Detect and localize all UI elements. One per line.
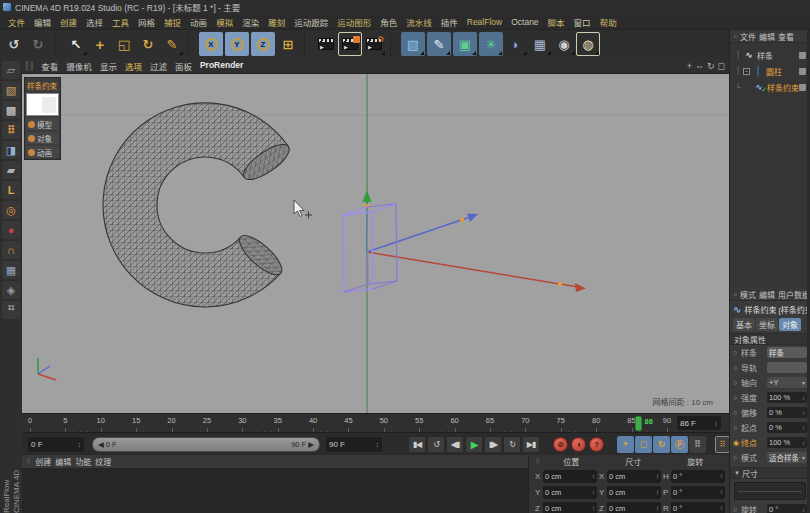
- deformer-cage-box[interactable]: [343, 204, 397, 292]
- stepper-icon[interactable]: ↕: [656, 505, 659, 511]
- keyframe-circle-icon[interactable]: ○: [733, 506, 741, 513]
- range-start-field[interactable]: 0 F↕: [28, 437, 84, 452]
- viewport-menu-查看[interactable]: 查看: [37, 59, 62, 73]
- stepper-icon[interactable]: ↕: [720, 505, 723, 511]
- attribute-menu-模式[interactable]: 模式: [740, 289, 756, 300]
- stepper-icon[interactable]: ↕: [802, 425, 805, 431]
- palette-button-模型[interactable]: 模型: [26, 118, 59, 130]
- goto-end-button[interactable]: ▶▮: [522, 436, 540, 453]
- workplane-mode-button[interactable]: ▦: [2, 261, 20, 279]
- next-frame-button[interactable]: ▮▶: [484, 436, 502, 453]
- attribute-field-导轨[interactable]: [767, 362, 807, 373]
- stepper-icon[interactable]: ↕: [802, 440, 805, 446]
- menu-创建[interactable]: 创建: [56, 15, 81, 29]
- attribute-field-旋转[interactable]: 0 °↕: [767, 504, 807, 513]
- expander-icon[interactable]: −: [743, 68, 750, 75]
- material-menu-创建[interactable]: 创建: [35, 456, 51, 467]
- stepper-icon[interactable]: ↕: [656, 489, 659, 495]
- coord-system-button[interactable]: ⊞: [276, 32, 300, 56]
- viewport-menu-显示[interactable]: 显示: [96, 59, 121, 73]
- menu-渲染[interactable]: 渲染: [238, 15, 263, 29]
- lock-z-button[interactable]: Z: [251, 32, 275, 56]
- stepper-icon[interactable]: ↕: [656, 473, 659, 479]
- range-end-field[interactable]: 90 F↕: [326, 437, 382, 452]
- attribute-field-模式[interactable]: 适合样条▾: [767, 452, 807, 463]
- record-pla-button[interactable]: ⠿: [689, 436, 706, 453]
- menu-动画[interactable]: 动画: [186, 15, 211, 29]
- stepper-icon[interactable]: ↕: [802, 410, 805, 416]
- point-mode-button[interactable]: ⠿: [2, 121, 20, 139]
- coord-value-field[interactable]: 0 cm↕: [543, 470, 597, 483]
- record-parameter-button[interactable]: Ⓟ: [671, 436, 688, 453]
- maximize-icon[interactable]: ◻: [718, 61, 725, 71]
- snap-mode-button[interactable]: ∩: [2, 241, 20, 259]
- attribute-field-偏移[interactable]: 0 %↕: [767, 407, 807, 418]
- stepper-icon[interactable]: ↕: [592, 473, 595, 479]
- c-tube-wireframe-object[interactable]: [103, 103, 294, 307]
- attribute-field-样条[interactable]: 样条: [767, 347, 807, 358]
- material-menu-纹理[interactable]: 纹理: [95, 456, 111, 467]
- record-position-button[interactable]: +: [617, 436, 634, 453]
- stepper-icon[interactable]: ↕: [376, 441, 380, 448]
- add-subdivision-button[interactable]: ▣: [453, 32, 477, 56]
- keyframe-selection-button[interactable]: ⠿: [715, 436, 730, 453]
- attribute-menu-用户数据[interactable]: 用户数据: [778, 289, 810, 300]
- coord-value-field[interactable]: 0 °↕: [671, 502, 725, 513]
- coord-value-field[interactable]: 0 °↕: [671, 486, 725, 499]
- palette-button-对象[interactable]: 对象: [26, 132, 59, 144]
- undo-button[interactable]: ↺: [2, 32, 26, 56]
- stepper-icon[interactable]: ↕: [720, 489, 723, 495]
- coord-value-field[interactable]: 0 cm↕: [607, 502, 661, 513]
- add-spline-button[interactable]: ✎: [427, 32, 451, 56]
- rotate-button[interactable]: ↻: [136, 32, 160, 56]
- keyframe-circle-icon[interactable]: ○: [733, 409, 741, 416]
- menu-角色[interactable]: 角色: [376, 15, 401, 29]
- coord-value-field[interactable]: 0 °↕: [671, 470, 725, 483]
- viewport-menu-摄像机[interactable]: 摄像机: [62, 59, 96, 73]
- timeline-range-slider[interactable]: ◀ 0 F90 F ▶: [92, 437, 320, 452]
- layout-tab-CINEMA-4D[interactable]: CINEMA 4D: [12, 455, 21, 513]
- previous-frame-button[interactable]: ◀▮: [446, 436, 464, 453]
- menu-捕捉[interactable]: 捕捉: [160, 15, 185, 29]
- attribute-field-强度[interactable]: 100 %↕: [767, 392, 807, 403]
- pan-icon[interactable]: +: [687, 61, 692, 71]
- object-row-样条约束[interactable]: └∿✓样条约束: [730, 79, 810, 95]
- solo-mode-button[interactable]: ●: [2, 221, 20, 239]
- object-axis-mode-button[interactable]: ◎: [2, 201, 20, 219]
- keyframe-circle-icon[interactable]: ○: [733, 349, 741, 356]
- visibility-toggle[interactable]: [799, 52, 806, 59]
- object-manager-menu-编辑[interactable]: 编辑: [759, 31, 775, 42]
- menu-模拟[interactable]: 模拟: [212, 15, 237, 29]
- keyframe-circle-icon[interactable]: ○: [733, 394, 741, 401]
- layout-tab-RealFlow[interactable]: RealFlow: [2, 455, 11, 513]
- goto-start-button[interactable]: ▮◀: [408, 436, 426, 453]
- attribute-tab-对象[interactable]: 对象: [779, 318, 801, 331]
- coord-value-field[interactable]: 0 cm↕: [543, 486, 597, 499]
- timeline-range-bar[interactable]: ◀ 0 F90 F ▶: [93, 438, 319, 451]
- record-options-button[interactable]: ?: [589, 437, 604, 452]
- move-button[interactable]: +: [88, 32, 112, 56]
- viewport-menu-面板[interactable]: 面板: [171, 59, 196, 73]
- drag-handle-icon[interactable]: ⠿: [26, 458, 31, 466]
- menu-选择[interactable]: 选择: [82, 15, 107, 29]
- stepper-icon[interactable]: ↕: [802, 507, 805, 513]
- add-light-button[interactable]: ◍: [576, 32, 600, 56]
- render-picture-viewer-button[interactable]: [338, 32, 362, 56]
- timeline-playhead[interactable]: [635, 416, 642, 431]
- lock-x-button[interactable]: X: [199, 32, 223, 56]
- record-objects-button[interactable]: ⊘: [553, 437, 568, 452]
- visibility-toggle[interactable]: [799, 68, 806, 75]
- stepper-icon[interactable]: ↕: [802, 395, 805, 401]
- last-tool-button[interactable]: ✎: [160, 32, 184, 56]
- material-menu-功能[interactable]: 功能: [75, 456, 91, 467]
- menu-文件[interactable]: 文件: [4, 15, 29, 29]
- drag-handle-icon[interactable]: ║║: [24, 61, 33, 70]
- material-swatch[interactable]: [26, 93, 59, 116]
- live-selection-button[interactable]: ↖: [64, 32, 88, 56]
- attribute-field-轴向[interactable]: +Y▾: [767, 377, 807, 388]
- keyframe-circle-icon[interactable]: ○: [733, 364, 741, 371]
- render-view-button[interactable]: [314, 32, 338, 56]
- texture-mode-button[interactable]: ▩: [2, 101, 20, 119]
- attribute-field-起点[interactable]: 0 %↕: [767, 422, 807, 433]
- stepper-icon[interactable]: ↕: [592, 489, 595, 495]
